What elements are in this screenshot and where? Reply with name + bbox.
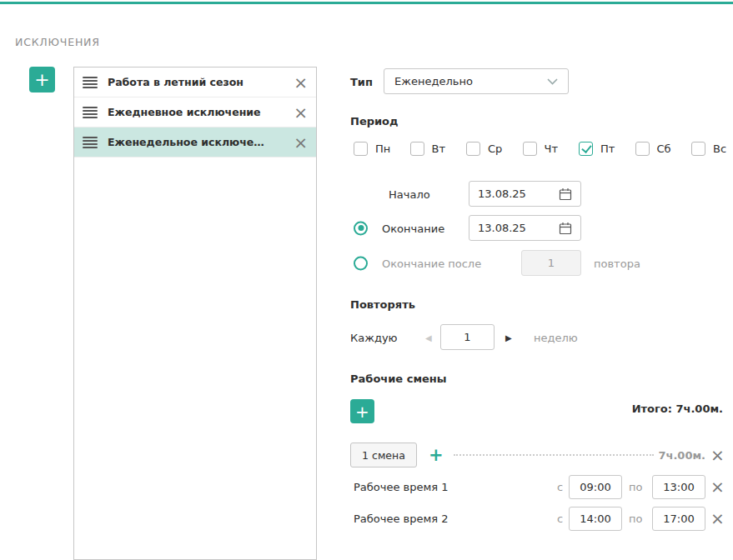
end-after-count-input[interactable]	[521, 250, 581, 276]
time-row-label: Рабочее время 1	[354, 481, 449, 493]
end-after-suffix: повтора	[594, 257, 640, 269]
repeat-label: Повторять	[350, 298, 415, 311]
weekday-checkbox[interactable]	[523, 142, 537, 156]
repeat-unit: неделю	[534, 331, 578, 343]
time-row: Рабочее время 1 с по ×	[350, 474, 733, 499]
exceptions-list: Работа в летний сезон × Ежедневное исклю…	[73, 67, 317, 560]
increment-arrow-icon[interactable]: ▶	[505, 332, 512, 342]
delete-exception-icon[interactable]: ×	[294, 74, 308, 91]
shifts-total: Итого: 7ч.00м.	[632, 402, 723, 415]
delete-exception-icon[interactable]: ×	[294, 104, 308, 121]
dotted-divider	[454, 454, 654, 456]
calendar-icon	[559, 188, 572, 201]
drag-handle-icon[interactable]	[83, 77, 98, 88]
weekday-checkbox[interactable]	[635, 142, 650, 156]
weekday-option[interactable]: Сб	[635, 142, 692, 156]
time-row-label: Рабочее время 2	[354, 512, 449, 525]
calendar-icon	[559, 222, 572, 235]
start-date-input[interactable]: 13.08.25	[469, 181, 581, 207]
weekday-checkbox[interactable]	[691, 142, 705, 156]
type-select-value: Еженедельно	[394, 75, 473, 88]
from-label: с	[557, 481, 563, 493]
start-date-value: 13.08.25	[478, 188, 526, 200]
weekday-label: Пт	[600, 142, 615, 155]
period-label: Период	[350, 115, 399, 128]
page-title: ИСКЛЮЧЕНИЯ	[15, 36, 100, 48]
weekday-option[interactable]: Вт	[410, 142, 467, 156]
shift-group-header: 1 смена + 7ч.00м. ×	[350, 442, 733, 468]
type-select[interactable]: Еженедельно	[384, 68, 569, 94]
from-label: с	[557, 512, 563, 525]
shift-group-duration: 7ч.00м.	[658, 449, 705, 462]
weekday-option[interactable]: Вс	[691, 142, 733, 156]
list-item[interactable]: Работа в летний сезон ×	[74, 68, 316, 98]
add-time-row-button[interactable]: +	[429, 447, 444, 464]
weekday-label: Вт	[432, 142, 446, 155]
list-item-label: Работа в летний сезон	[108, 76, 284, 88]
remove-time-row-icon[interactable]: ×	[710, 510, 725, 527]
weekday-checkbox[interactable]	[466, 142, 480, 156]
weekday-checkbox[interactable]	[579, 142, 593, 156]
drag-handle-icon[interactable]	[83, 137, 98, 148]
decrement-arrow-icon[interactable]: ◀	[425, 332, 432, 342]
shift-group-button[interactable]: 1 смена	[350, 442, 417, 468]
exception-form: Тип Еженедельно Период Пн Вт Ср Чт Пт	[350, 67, 733, 560]
repeat-count-input[interactable]	[440, 324, 495, 350]
weekday-option[interactable]: Пт	[579, 142, 635, 156]
end-date-value: 13.08.25	[478, 222, 526, 234]
to-label: по	[629, 481, 642, 493]
end-radio[interactable]	[354, 221, 368, 235]
drag-handle-icon[interactable]	[83, 107, 98, 118]
time-to-input[interactable]	[652, 475, 705, 499]
shifts-label: Рабочие смены	[350, 372, 447, 385]
weekday-label: Вс	[713, 142, 726, 155]
list-item-label: Еженедельное исключе…	[108, 136, 284, 148]
list-item-label: Ежедневное исключение	[108, 106, 284, 118]
top-accent-line	[0, 2, 733, 4]
add-shift-button[interactable]: +	[350, 399, 374, 423]
weekday-checkbox[interactable]	[410, 142, 424, 156]
remove-shift-group-icon[interactable]: ×	[710, 447, 725, 463]
time-from-input[interactable]	[569, 475, 622, 499]
time-from-input[interactable]	[569, 507, 622, 531]
weekday-option[interactable]: Чт	[523, 142, 580, 156]
end-after-label: Окончание после	[382, 257, 481, 269]
to-label: по	[629, 512, 642, 525]
weekday-label: Чт	[545, 142, 559, 155]
time-row: Рабочее время 2 с по ×	[350, 506, 733, 531]
start-date-label: Начало	[389, 188, 430, 200]
type-label: Тип	[350, 75, 373, 88]
end-date-label: Окончание	[382, 222, 444, 234]
delete-exception-icon[interactable]: ×	[294, 134, 308, 151]
end-date-input[interactable]: 13.08.25	[469, 215, 581, 241]
weekday-label: Сб	[657, 142, 671, 155]
weekday-option[interactable]: Ср	[466, 142, 523, 156]
weekday-label: Пн	[375, 142, 390, 155]
repeat-every-label: Каждую	[350, 331, 398, 343]
time-to-input[interactable]	[652, 507, 705, 531]
weekday-option[interactable]: Пн	[354, 142, 410, 156]
add-exception-button[interactable]: +	[29, 67, 55, 92]
weekday-row: Пн Вт Ср Чт Пт Сб Вс	[354, 142, 733, 156]
weekday-checkbox[interactable]	[354, 142, 368, 156]
end-after-radio[interactable]	[354, 256, 368, 270]
list-item[interactable]: Еженедельное исключе… ×	[74, 128, 316, 158]
list-item[interactable]: Ежедневное исключение ×	[74, 98, 316, 128]
weekday-label: Ср	[488, 142, 502, 155]
chevron-down-icon	[547, 78, 558, 85]
remove-time-row-icon[interactable]: ×	[710, 478, 725, 495]
